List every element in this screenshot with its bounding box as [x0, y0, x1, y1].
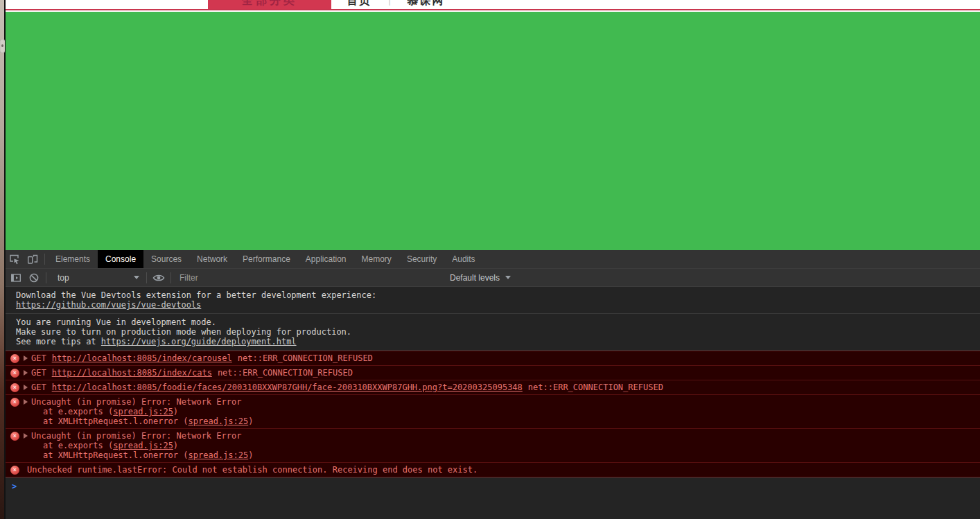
- link-stack-frame[interactable]: spread.js:25: [113, 407, 173, 416]
- message-text: Download the Vue Devtools extension for …: [16, 290, 974, 300]
- tab-sources[interactable]: Sources: [143, 250, 189, 268]
- screen: 全部分类 首页 | 慕课网: [0, 0, 980, 519]
- expand-triangle-icon[interactable]: [24, 370, 28, 376]
- log-levels-selector[interactable]: Default levels: [446, 273, 515, 283]
- console-error-runtime-lasterror: × Unchecked runtime.lastError: Could not…: [6, 462, 980, 477]
- message-text: Make sure to turn on production mode whe…: [16, 327, 974, 337]
- log-levels-value: Default levels: [450, 273, 500, 283]
- console-prompt[interactable]: >: [6, 477, 980, 491]
- console-error-promise-2: × Uncaught (in promise) Error: Network E…: [6, 428, 980, 462]
- error-text: GEThttp://localhost:8085/index/catsnet::…: [31, 368, 974, 378]
- tab-memory[interactable]: Memory: [354, 250, 399, 268]
- toolbar-separator: [44, 254, 45, 265]
- tab-security[interactable]: Security: [399, 250, 444, 268]
- devtools-tabbar: Elements Console Sources Network Perform…: [6, 250, 980, 269]
- link-stack-frame[interactable]: spread.js:25: [113, 441, 173, 450]
- site-header: 全部分类 首页 | 慕课网: [6, 0, 980, 10]
- toolbar-separator: [170, 272, 171, 283]
- console-message-vue-devtools: Download the Vue Devtools extension for …: [6, 287, 980, 314]
- error-text: Unchecked runtime.lastError: Could not e…: [27, 465, 974, 475]
- console-log: Download the Vue Devtools extension for …: [6, 287, 980, 491]
- site-nav: 首页 | 慕课网: [347, 0, 444, 8]
- tab-network[interactable]: Network: [189, 250, 235, 268]
- error-icon: ×: [10, 369, 19, 378]
- nav-divider: |: [388, 0, 392, 6]
- context-selector-value: top: [58, 273, 69, 283]
- console-error-get-cats: × GEThttp://localhost:8085/index/catsnet…: [6, 365, 980, 380]
- chevron-down-icon: [505, 276, 511, 279]
- console-toolbar: top Default levels: [6, 269, 980, 287]
- expand-triangle-icon[interactable]: [24, 399, 28, 405]
- link-request-url[interactable]: http://localhost:8085/foodie/faces/20031…: [52, 382, 523, 392]
- browser-viewport: 全部分类 首页 | 慕课网: [6, 0, 980, 519]
- chevron-down-icon: [134, 276, 139, 279]
- error-text: GEThttp://localhost:8085/foodie/faces/20…: [31, 382, 974, 392]
- error-text: Uncaught (in promise) Error: Network Err…: [31, 397, 974, 426]
- live-expression-eye-icon[interactable]: [150, 269, 168, 287]
- toolbar-separator: [46, 272, 46, 283]
- console-error-get-carousel: × GEThttp://localhost:8085/index/carouse…: [6, 351, 980, 365]
- tab-performance[interactable]: Performance: [235, 250, 298, 268]
- expand-triangle-icon[interactable]: [24, 433, 28, 439]
- link-vue-devtools[interactable]: https://github.com/vuejs/vue-devtools: [16, 300, 201, 310]
- error-icon: ×: [10, 354, 19, 363]
- link-stack-frame[interactable]: spread.js:25: [189, 450, 249, 460]
- inspect-element-icon[interactable]: [6, 250, 24, 268]
- category-tab-label: 全部分类: [242, 0, 297, 6]
- link-request-url[interactable]: http://localhost:8085/index/cats: [52, 368, 212, 378]
- message-text: You are running Vue in development mode.: [16, 317, 974, 327]
- error-text: Uncaught (in promise) Error: Network Err…: [31, 431, 974, 460]
- hero-banner: [6, 12, 980, 250]
- clear-console-icon[interactable]: [25, 269, 43, 287]
- tab-console[interactable]: Console: [98, 250, 143, 268]
- tab-elements[interactable]: Elements: [48, 250, 98, 268]
- devtools-panel: Elements Console Sources Network Perform…: [6, 250, 980, 519]
- category-dropdown-tab[interactable]: 全部分类: [208, 0, 331, 10]
- expand-triangle-icon[interactable]: [24, 385, 28, 390]
- filter-input[interactable]: [180, 273, 441, 283]
- message-text: See more tips at https://vuejs.org/guide…: [16, 337, 974, 346]
- error-icon: ×: [10, 383, 19, 392]
- window-edge-handle: [0, 39, 5, 53]
- error-icon: ×: [10, 398, 19, 407]
- link-vue-deployment[interactable]: https://vuejs.org/guide/deployment.html: [101, 337, 297, 346]
- error-icon: ×: [10, 466, 19, 475]
- toolbar-separator: [146, 272, 147, 283]
- link-request-url[interactable]: http://localhost:8085/index/carousel: [52, 353, 232, 363]
- expand-triangle-icon[interactable]: [24, 355, 28, 361]
- console-error-promise-1: × Uncaught (in promise) Error: Network E…: [6, 394, 980, 428]
- console-sidebar-icon[interactable]: [7, 269, 25, 287]
- error-icon: ×: [10, 432, 19, 441]
- console-error-get-face: × GEThttp://localhost:8085/foodie/faces/…: [6, 380, 980, 394]
- link-stack-frame[interactable]: spread.js:25: [189, 416, 249, 426]
- console-message-vue-dev-mode: You are running Vue in development mode.…: [6, 314, 980, 351]
- tab-application[interactable]: Application: [298, 250, 354, 268]
- device-toolbar-icon[interactable]: [24, 250, 42, 268]
- prompt-chevron-icon: >: [12, 482, 17, 491]
- context-selector[interactable]: top: [53, 273, 143, 283]
- nav-item-home[interactable]: 首页: [347, 0, 371, 8]
- desktop-edge: [0, 0, 6, 519]
- tab-audits[interactable]: Audits: [444, 250, 482, 268]
- error-text: GEThttp://localhost:8085/index/carouseln…: [31, 353, 974, 363]
- nav-item-site[interactable]: 慕课网: [407, 0, 444, 8]
